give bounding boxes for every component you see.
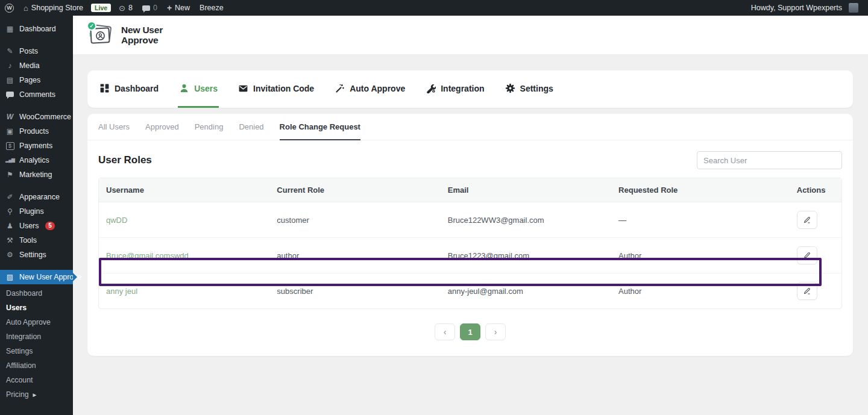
plus-icon: +	[167, 4, 172, 12]
sidebar-item-woocommerce[interactable]: W WooCommerce	[0, 110, 73, 124]
submenu-item-settings[interactable]: Settings	[0, 344, 73, 358]
submenu-item-account[interactable]: Account	[0, 373, 73, 387]
sidebar-item-label: Posts	[19, 47, 38, 55]
users-panel: All Users Approved Pending Denied Role C…	[87, 114, 853, 356]
table-header-row: Username Current Role Email Requested Ro…	[99, 178, 841, 202]
subtab-role-change-request[interactable]: Role Change Request	[280, 114, 360, 140]
new-user-approve-icon: ▨	[5, 273, 15, 281]
edit-role-button[interactable]	[797, 246, 817, 264]
pagination: ‹ 1 ›	[87, 323, 853, 340]
new-user-approve-logo: ✓	[87, 23, 115, 47]
sidebar-item-posts[interactable]: ✎ Posts	[0, 44, 73, 58]
breeze-menu[interactable]: Breeze	[195, 0, 228, 16]
submenu-item-integration[interactable]: Integration	[0, 329, 73, 344]
sidebar-item-label: Products	[19, 127, 49, 136]
comments-counter[interactable]: 0	[137, 0, 162, 16]
settings-icon: ⚙	[5, 251, 15, 258]
comment-icon	[142, 5, 150, 11]
sidebar-item-analytics[interactable]: ▂▄▆ Analytics	[0, 153, 73, 167]
tab-settings[interactable]: Settings	[504, 70, 555, 108]
submenu-item-auto-approve[interactable]: Auto Approve	[0, 315, 73, 329]
sidebar-item-new-user-approve[interactable]: ▨ New User Approve	[0, 270, 73, 284]
check-badge-icon: ✓	[87, 21, 96, 31]
user-roles-table: Username Current Role Email Requested Ro…	[98, 178, 842, 309]
actions-cell	[790, 238, 841, 273]
wordpress-menu[interactable]: W	[0, 0, 19, 16]
sidebar-item-tools[interactable]: ⚒ Tools	[0, 233, 73, 248]
sidebar-item-media[interactable]: ♪ Media	[0, 58, 73, 73]
main-content: ✓ New User Approve	[73, 16, 868, 415]
sidebar-item-products[interactable]: ▣ Products	[0, 124, 73, 139]
wrench-icon	[426, 83, 436, 93]
submenu-item-pricing[interactable]: Pricing ►	[0, 387, 73, 402]
tab-users[interactable]: Users	[178, 70, 219, 108]
user-filter-subtabs: All Users Approved Pending Denied Role C…	[87, 114, 853, 140]
tab-auto-approve[interactable]: Auto Approve	[333, 70, 406, 108]
page-title: User Roles	[98, 154, 152, 166]
edit-role-button[interactable]	[797, 211, 817, 229]
current-role-cell: subscriber	[269, 273, 440, 309]
admin-sidebar: ▦ Dashboard ✎ Posts ♪ Media ▤ Pages Comm…	[0, 16, 73, 415]
username-link[interactable]: qwDD	[99, 202, 269, 238]
products-icon: ▣	[5, 128, 15, 135]
sidebar-item-appearance[interactable]: ✐ Appearance	[0, 190, 73, 204]
new-content-menu[interactable]: + New	[162, 0, 195, 16]
sidebar-item-plugins[interactable]: ⚲ Plugins	[0, 204, 73, 219]
email-cell: Bruce1223@gmail.com	[441, 238, 611, 273]
tab-integration[interactable]: Integration	[424, 70, 485, 108]
pagination-next-button[interactable]: ›	[485, 323, 506, 340]
tab-label: Users	[194, 84, 218, 93]
account-menu[interactable]: Howdy, Support Wpexperts	[746, 0, 863, 16]
subtab-all-users[interactable]: All Users	[98, 114, 130, 140]
column-current-role: Current Role	[269, 178, 440, 202]
view-counter[interactable]: ⊙ 8	[114, 0, 137, 16]
sidebar-item-settings[interactable]: ⚙ Settings	[0, 248, 73, 262]
subtab-approved[interactable]: Approved	[145, 114, 179, 140]
pages-icon: ▤	[5, 76, 15, 84]
actions-cell	[790, 202, 841, 238]
pagination-page-1-button[interactable]: 1	[460, 323, 480, 340]
edit-role-button[interactable]	[797, 282, 817, 300]
submenu-item-users[interactable]: Users	[0, 301, 73, 315]
pagination-prev-button[interactable]: ‹	[435, 323, 455, 340]
search-user-input[interactable]	[697, 151, 842, 169]
current-role-cell: author	[269, 238, 440, 273]
sidebar-item-marketing[interactable]: ⚑ Marketing	[0, 167, 73, 182]
sidebar-item-dashboard[interactable]: ▦ Dashboard	[0, 22, 73, 36]
sidebar-item-users[interactable]: ♟ Users 5	[0, 219, 73, 233]
new-label: New	[175, 4, 190, 12]
tab-label: Dashboard	[115, 84, 159, 93]
envelope-icon	[238, 83, 248, 93]
submenu-item-dashboard[interactable]: Dashboard	[0, 286, 73, 301]
analytics-icon: ▂▄▆	[5, 158, 15, 163]
payments-icon: $	[6, 142, 14, 150]
plugins-icon: ⚲	[5, 208, 15, 215]
pencil-icon	[803, 216, 811, 224]
subtab-pending[interactable]: Pending	[195, 114, 224, 140]
plugin-title: New User Approve	[121, 25, 163, 46]
sidebar-item-label: Dashboard	[19, 25, 56, 33]
username-link[interactable]: Bruce@gmail.comswdd	[99, 238, 269, 273]
tab-dashboard[interactable]: Dashboard	[98, 70, 160, 108]
pencil-icon	[803, 287, 811, 295]
site-menu[interactable]: ⌂ Shopping Store	[19, 0, 88, 16]
sidebar-item-label: Pages	[19, 76, 40, 84]
marketing-icon: ⚑	[5, 171, 15, 178]
sidebar-item-pages[interactable]: ▤ Pages	[0, 73, 73, 87]
wordpress-logo-icon: W	[5, 4, 14, 13]
sidebar-item-label: WooCommerce	[19, 113, 71, 121]
submenu-item-affiliation[interactable]: Affiliation	[0, 358, 73, 373]
subtab-denied[interactable]: Denied	[239, 114, 263, 140]
tab-invitation-code[interactable]: Invitation Code	[237, 70, 315, 108]
tab-label: Settings	[520, 84, 553, 93]
live-badge: Live	[91, 4, 111, 13]
sidebar-item-label: New User Approve	[19, 273, 81, 281]
sidebar-item-payments[interactable]: $ Payments	[0, 139, 73, 153]
avatar	[849, 3, 858, 13]
sidebar-item-comments[interactable]: Comments	[0, 87, 73, 102]
new-user-approve-submenu: Dashboard Users Auto Approve Integration…	[0, 284, 73, 405]
site-name: Shopping Store	[31, 4, 83, 12]
tab-label: Integration	[441, 84, 484, 93]
sidebar-item-label: Analytics	[19, 156, 49, 164]
username-link[interactable]: anny jeul	[99, 273, 269, 309]
